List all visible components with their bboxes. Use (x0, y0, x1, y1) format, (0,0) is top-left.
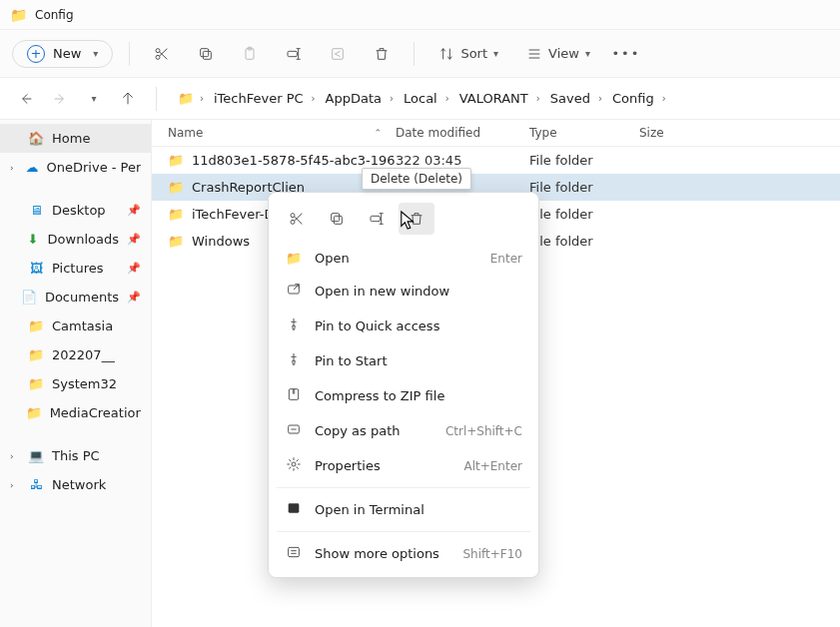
breadcrumb-item[interactable]: iTechFever PC (210, 89, 308, 108)
recent-button[interactable]: ▾ (80, 85, 108, 113)
sidebar-label: Home (52, 131, 90, 146)
new-button[interactable]: + New ▾ (12, 40, 113, 68)
file-name: Windows (192, 234, 250, 249)
chevron-right-icon: › (443, 91, 451, 106)
cut-button[interactable] (146, 38, 178, 70)
folder-icon: 📁 (168, 234, 184, 249)
copy-button[interactable] (190, 38, 222, 70)
delete-button[interactable] (366, 38, 398, 70)
sort-asc-icon: ⌃ (374, 128, 382, 138)
folder-icon: 📁 (168, 153, 184, 168)
forward-button[interactable] (46, 85, 74, 113)
breadcrumb-item[interactable]: AppData (322, 89, 386, 108)
svg-point-9 (291, 220, 295, 224)
sidebar-item-home[interactable]: 🏠Home (0, 124, 151, 153)
sidebar-item-mediatool[interactable]: 📁MediaCreationTool (0, 398, 151, 427)
sidebar-item-camtasia[interactable]: 📁Camtasia (0, 312, 151, 340)
ctx-cut-button[interactable] (279, 203, 315, 235)
sidebar-item-this-pc[interactable]: ›💻This PC (0, 441, 151, 470)
svg-rect-11 (332, 214, 340, 222)
new-label: New (53, 46, 81, 61)
breadcrumb-item[interactable]: Config (608, 89, 658, 108)
sidebar-item-downloads[interactable]: ⬇Downloads📌 (0, 225, 151, 254)
ctx-item-copy-path[interactable]: Copy as pathCtrl+Shift+C (269, 413, 538, 448)
file-name: 11d803e1-5878-5f45-abc3-19651e6 (192, 153, 396, 168)
arrow-up-icon (120, 91, 136, 107)
back-button[interactable] (12, 85, 40, 113)
ctx-item-terminal[interactable]: Open in Terminal (269, 492, 538, 527)
download-icon: ⬇ (26, 232, 39, 247)
chevron-right-icon: › (388, 91, 396, 106)
sidebar-item-documents[interactable]: 📄Documents📌 (0, 283, 151, 312)
column-type[interactable]: Type (529, 126, 639, 140)
column-label: Size (639, 126, 664, 140)
svg-rect-3 (201, 48, 209, 56)
ctx-shortcut: Ctrl+Shift+C (445, 424, 522, 438)
ctx-label: Open in new window (315, 284, 522, 299)
sidebar-item-system32[interactable]: 📁System32 (0, 369, 151, 398)
sort-label: Sort (460, 46, 487, 61)
copy-icon (198, 46, 214, 62)
chevron-right-icon[interactable]: › (10, 451, 20, 461)
breadcrumb-item[interactable]: Local (400, 89, 441, 108)
sidebar-item-date-folder[interactable]: 📁202207__ (0, 340, 151, 369)
rename-button[interactable] (278, 38, 310, 70)
pin-icon: 📌 (127, 262, 141, 275)
ctx-item-properties[interactable]: PropertiesAlt+Enter (269, 448, 538, 483)
svg-rect-10 (334, 216, 342, 224)
sidebar: 🏠Home ›☁OneDrive - Persona 🖥Desktop📌 ⬇Do… (0, 120, 152, 627)
column-date[interactable]: Date modified (396, 126, 529, 140)
ctx-label: Open (315, 251, 478, 266)
breadcrumb-item[interactable]: Saved (546, 89, 594, 108)
file-row[interactable]: 📁11d803e1-5878-5f45-abc3-19651e6 322 03:… (152, 147, 840, 174)
svg-rect-17 (289, 503, 300, 512)
folder-icon: 📁 (10, 7, 27, 23)
ctx-label: Properties (315, 458, 451, 473)
ctx-item-pin-start[interactable]: Pin to Start (269, 343, 538, 378)
folder-icon: 📁 (28, 376, 44, 391)
terminal-icon (285, 500, 303, 519)
pictures-icon: 🖼 (28, 261, 44, 276)
separator (277, 531, 530, 532)
sidebar-item-desktop[interactable]: 🖥Desktop📌 (0, 196, 151, 225)
chevron-right-icon[interactable]: › (10, 163, 18, 173)
ctx-label: Pin to Quick access (315, 318, 522, 333)
rename-icon (286, 46, 302, 62)
column-label: Type (529, 126, 557, 140)
ctx-item-compress[interactable]: Compress to ZIP file (269, 378, 538, 413)
ctx-label: Open in Terminal (315, 502, 522, 517)
more-button[interactable]: ••• (610, 38, 642, 70)
folder-icon: 📁 (28, 347, 44, 362)
ctx-copy-button[interactable] (319, 203, 355, 235)
breadcrumb-item[interactable]: VALORANT (455, 89, 532, 108)
up-button[interactable] (114, 85, 142, 113)
sidebar-label: Desktop (52, 203, 106, 218)
share-button[interactable] (322, 38, 354, 70)
sidebar-item-pictures[interactable]: 🖼Pictures📌 (0, 254, 151, 283)
ctx-item-open[interactable]: 📁OpenEnter (269, 243, 538, 274)
ctx-label: Compress to ZIP file (315, 388, 522, 403)
column-size[interactable]: Size (639, 126, 832, 140)
file-type: File folder (529, 207, 639, 222)
chevron-right-icon[interactable]: › (10, 480, 20, 490)
ctx-item-open-new-window[interactable]: Open in new window (269, 274, 538, 309)
folder-icon: 📁 (168, 180, 184, 195)
sidebar-item-network[interactable]: ›🖧Network (0, 470, 151, 499)
share-icon (330, 46, 346, 62)
view-button[interactable]: View ▾ (518, 42, 598, 66)
column-name[interactable]: Name⌃ (160, 126, 396, 140)
ctx-item-pin-quick[interactable]: Pin to Quick access (269, 309, 538, 343)
ctx-delete-button[interactable] (399, 203, 434, 235)
sort-button[interactable]: Sort ▾ (430, 42, 506, 66)
copy-icon (329, 211, 345, 227)
sidebar-label: Network (52, 477, 106, 492)
ctx-rename-button[interactable] (359, 203, 395, 235)
documents-icon: 📄 (21, 290, 37, 305)
address-bar[interactable]: 📁 › iTechFever PC› AppData› Local› VALOR… (171, 84, 828, 113)
ctx-shortcut: Shift+F10 (462, 547, 522, 561)
sidebar-item-onedrive[interactable]: ›☁OneDrive - Persona (0, 153, 151, 182)
paste-button[interactable] (234, 38, 266, 70)
scissors-icon (154, 46, 170, 62)
ctx-item-more-options[interactable]: Show more optionsShift+F10 (269, 536, 538, 571)
view-icon (526, 46, 542, 62)
